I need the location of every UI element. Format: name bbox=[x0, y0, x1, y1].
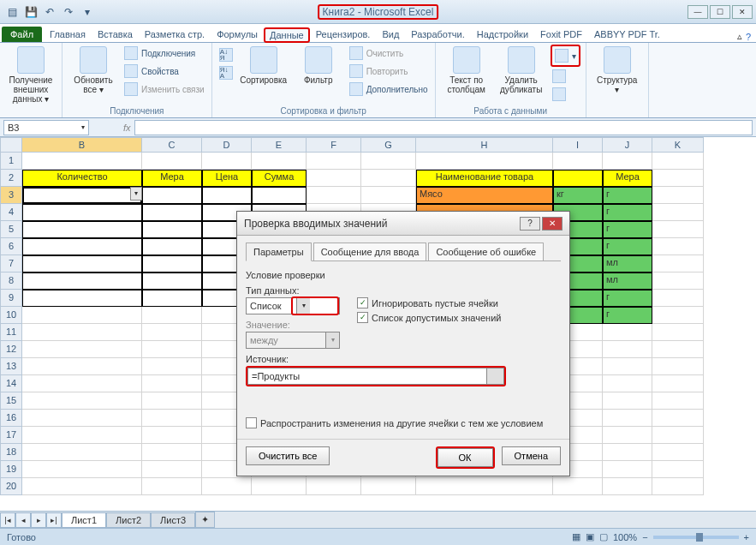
tab-home[interactable]: Главная bbox=[44, 26, 92, 42]
table1-cell[interactable] bbox=[22, 255, 142, 272]
cell-C11[interactable] bbox=[142, 324, 202, 341]
get-external-data-button[interactable]: Получение внешних данных ▾ bbox=[5, 45, 57, 104]
cell-C18[interactable] bbox=[142, 444, 202, 461]
propagate-checkbox[interactable]: Распространить изменения на другие ячейк… bbox=[246, 417, 561, 428]
tab-data[interactable]: Данные bbox=[264, 27, 310, 43]
save-icon[interactable]: 💾 bbox=[22, 3, 39, 21]
table1-cell[interactable] bbox=[22, 204, 142, 221]
table2-header-mera[interactable]: Мера bbox=[603, 170, 652, 187]
cell-K6[interactable] bbox=[652, 238, 704, 255]
cell-J19[interactable] bbox=[603, 461, 652, 478]
cell-J14[interactable] bbox=[603, 375, 652, 392]
cell-F3[interactable] bbox=[307, 187, 361, 204]
text-to-columns-button[interactable]: Текст по столбцам bbox=[441, 45, 492, 94]
cell-J11[interactable] bbox=[603, 324, 652, 341]
row-header-3[interactable]: 3 bbox=[0, 187, 22, 204]
table1-cell[interactable] bbox=[142, 255, 202, 272]
cell-K1[interactable] bbox=[652, 153, 704, 170]
cell-K11[interactable] bbox=[652, 324, 704, 341]
ribbon-min-icon[interactable]: ▵ bbox=[737, 31, 742, 42]
close-button[interactable]: ✕ bbox=[732, 5, 753, 19]
col-header-C[interactable]: C bbox=[142, 137, 202, 153]
cell-K13[interactable] bbox=[652, 358, 704, 375]
cell-K15[interactable] bbox=[652, 392, 704, 410]
col-header-D[interactable]: D bbox=[202, 137, 252, 153]
cell-G20[interactable] bbox=[361, 478, 416, 495]
table1-cell[interactable] bbox=[202, 187, 252, 204]
sheet-nav-prev[interactable]: ◂ bbox=[15, 512, 31, 528]
product-m2[interactable]: г bbox=[603, 307, 652, 324]
row-header-9[interactable]: 9 bbox=[0, 290, 22, 307]
cell-E20[interactable] bbox=[252, 478, 307, 495]
row-header-12[interactable]: 12 bbox=[0, 341, 22, 358]
cell-J13[interactable] bbox=[603, 358, 652, 375]
table1-cell[interactable] bbox=[142, 272, 202, 290]
select-all-corner[interactable] bbox=[0, 137, 22, 153]
row-header-7[interactable]: 7 bbox=[0, 255, 22, 272]
zoom-level[interactable]: 100% bbox=[613, 532, 637, 542]
ok-button[interactable]: ОК bbox=[438, 448, 493, 467]
table1-header[interactable]: Сумма bbox=[252, 170, 307, 187]
table1-cell[interactable] bbox=[22, 272, 142, 290]
row-header-20[interactable]: 20 bbox=[0, 478, 22, 495]
cell-B10[interactable] bbox=[22, 307, 142, 324]
cell-I20[interactable] bbox=[553, 478, 603, 495]
row-header-1[interactable]: 1 bbox=[0, 153, 22, 170]
row-header-10[interactable]: 10 bbox=[0, 307, 22, 324]
cell-K10[interactable] bbox=[652, 307, 704, 324]
minimize-button[interactable]: — bbox=[688, 5, 708, 19]
product-m2[interactable]: г bbox=[603, 204, 652, 221]
cell-B16[interactable] bbox=[22, 410, 142, 427]
cell-K19[interactable] bbox=[652, 461, 704, 478]
cell-J18[interactable] bbox=[603, 444, 652, 461]
refresh-all-button[interactable]: Обновить все ▾ bbox=[68, 45, 119, 94]
filter-button[interactable]: Фильтр bbox=[293, 45, 344, 85]
row-header-16[interactable]: 16 bbox=[0, 410, 22, 427]
table1-cell[interactable] bbox=[142, 238, 202, 255]
cell-C14[interactable] bbox=[142, 375, 202, 392]
product-name[interactable]: Мясо bbox=[416, 187, 553, 204]
sort-za-button[interactable]: Я↓A bbox=[217, 64, 235, 81]
tab-abbyy[interactable]: ABBYY PDF Tr. bbox=[588, 26, 666, 42]
row-header-13[interactable]: 13 bbox=[0, 358, 22, 375]
outline-button[interactable]: Структура ▾ bbox=[592, 45, 643, 94]
tab-layout[interactable]: Разметка стр. bbox=[139, 26, 211, 42]
undo-icon[interactable]: ↶ bbox=[41, 3, 58, 21]
cell-H20[interactable] bbox=[416, 478, 553, 495]
name-box[interactable]: B3▾ bbox=[3, 120, 89, 135]
table1-cell[interactable] bbox=[142, 290, 202, 307]
cell-D20[interactable] bbox=[202, 478, 252, 495]
product-m2[interactable]: г bbox=[603, 187, 652, 204]
table1-cell[interactable] bbox=[22, 221, 142, 238]
cell-C20[interactable] bbox=[142, 478, 202, 495]
cell-C16[interactable] bbox=[142, 410, 202, 427]
cell-K9[interactable] bbox=[652, 290, 704, 307]
remove-duplicates-button[interactable]: Удалить дубликаты bbox=[496, 45, 547, 94]
product-m2[interactable]: г bbox=[603, 238, 652, 255]
cell-D1[interactable] bbox=[202, 153, 252, 170]
tab-review[interactable]: Рецензиров. bbox=[310, 26, 377, 42]
cell-J1[interactable] bbox=[603, 153, 652, 170]
new-sheet-button[interactable]: ✦ bbox=[195, 512, 215, 528]
view-break-icon[interactable]: ▢ bbox=[599, 531, 608, 542]
zoom-slider[interactable] bbox=[653, 536, 739, 539]
source-input[interactable]: =Продукты bbox=[247, 368, 504, 385]
excel-icon[interactable]: ▤ bbox=[3, 3, 21, 21]
table1-cell[interactable] bbox=[142, 187, 202, 204]
cell-C19[interactable] bbox=[142, 461, 202, 478]
dialog-titlebar[interactable]: Проверка вводимых значений ? ✕ bbox=[237, 212, 569, 236]
cell-K12[interactable] bbox=[652, 341, 704, 358]
whatif-button[interactable] bbox=[551, 86, 580, 103]
product-m2[interactable]: г bbox=[603, 290, 652, 307]
sort-button[interactable]: Сортировка bbox=[238, 45, 289, 85]
product-m2[interactable]: мл bbox=[603, 255, 652, 272]
dropdown-list-checkbox[interactable]: ✓Список допустимых значений bbox=[357, 312, 501, 323]
properties-button[interactable]: Свойства bbox=[122, 63, 206, 80]
cell-C17[interactable] bbox=[142, 427, 202, 444]
cancel-button[interactable]: Отмена bbox=[502, 446, 561, 465]
consolidate-button[interactable] bbox=[551, 68, 580, 85]
cell-B19[interactable] bbox=[22, 461, 142, 478]
advanced-filter-button[interactable]: Дополнительно bbox=[348, 81, 430, 98]
cell-K4[interactable] bbox=[652, 204, 704, 221]
dialog-help-button[interactable]: ? bbox=[520, 217, 540, 231]
